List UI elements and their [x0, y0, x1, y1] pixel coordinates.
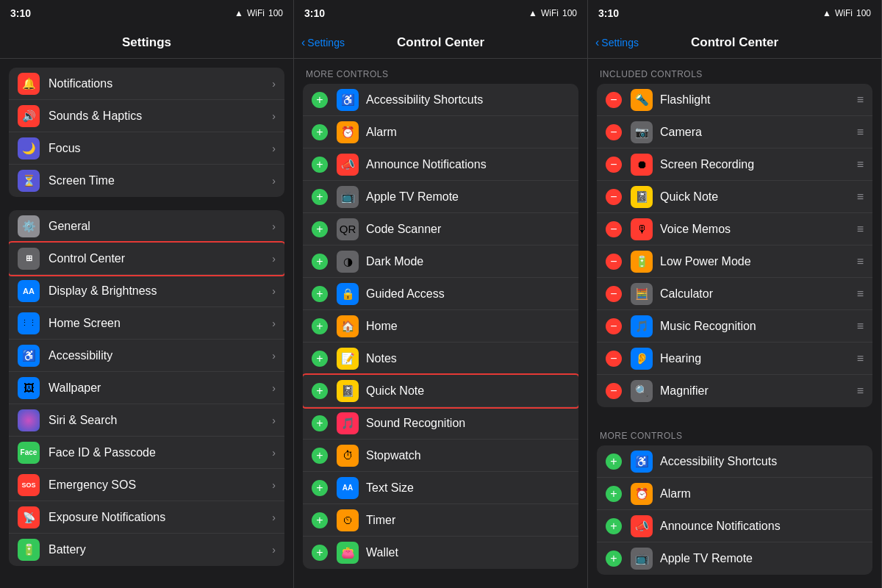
hearing-label: Hearing	[660, 352, 851, 365]
remove-calc-btn[interactable]: −	[606, 286, 622, 302]
add-appletv-btn[interactable]: +	[312, 189, 328, 205]
cc-hearing[interactable]: − 👂 Hearing ≡	[597, 343, 872, 375]
cc-timer[interactable]: + ⏲ Timer	[303, 504, 578, 537]
settings-panel: 3:10 ▲ WiFi 100 Settings 🔔 Notifications…	[0, 0, 294, 588]
cc-accessibility-shortcuts[interactable]: + ♿ Accessibility Shortcuts	[303, 84, 578, 116]
cc-more-accessibility[interactable]: + ♿ Accessibility Shortcuts	[597, 445, 872, 478]
add-code-btn[interactable]: +	[312, 221, 328, 237]
settings-emergency-sos[interactable]: SOS Emergency SOS ›	[9, 469, 284, 501]
cc-more-alarm[interactable]: + ⏰ Alarm	[597, 478, 872, 510]
settings-home-screen[interactable]: ⋮⋮ Home Screen ›	[9, 307, 284, 340]
add-guided-btn[interactable]: +	[312, 286, 328, 302]
more-announce-label: Announce Notifications	[660, 520, 864, 533]
settings-siri[interactable]: Siri & Search ›	[9, 404, 284, 437]
remove-camera-btn[interactable]: −	[606, 124, 622, 140]
settings-scroll[interactable]: 🔔 Notifications › 🔊 Sounds & Haptics › 🌙…	[0, 59, 293, 588]
remove-voice-btn[interactable]: −	[606, 221, 622, 237]
add-more-announce-btn[interactable]: +	[606, 518, 622, 534]
cc-calculator[interactable]: − 🧮 Calculator ≡	[597, 278, 872, 310]
exposure-chevron: ›	[272, 512, 276, 523]
remove-flashlight-btn[interactable]: −	[606, 92, 622, 108]
cc-magnifier[interactable]: − 🔍 Magnifier ≡	[597, 375, 872, 407]
add-more-alarm-btn[interactable]: +	[606, 486, 622, 502]
cc-dark-mode[interactable]: + ◑ Dark Mode	[303, 245, 578, 278]
cc-more-announce[interactable]: + 📣 Announce Notifications	[597, 510, 872, 542]
cc-stopwatch[interactable]: + ⏱ Stopwatch	[303, 440, 578, 472]
magnifier-label: Magnifier	[660, 384, 851, 398]
add-sound-btn[interactable]: +	[312, 415, 328, 431]
more-announce-icon: 📣	[631, 515, 653, 537]
add-more-appletv-btn[interactable]: +	[606, 551, 622, 567]
add-wallet-btn[interactable]: +	[312, 545, 328, 561]
cc-wallet[interactable]: + 👛 Wallet	[303, 537, 578, 569]
add-notes-btn[interactable]: +	[312, 351, 328, 367]
settings-wallpaper[interactable]: 🖼 Wallpaper ›	[9, 372, 284, 404]
face-id-icon: Face	[18, 442, 40, 464]
low-power-icon: 🔋	[631, 251, 653, 273]
appletv-icon: 📺	[337, 186, 359, 208]
cc-apple-tv[interactable]: + 📺 Apple TV Remote	[303, 181, 578, 213]
settings-exposure[interactable]: 📡 Exposure Notifications ›	[9, 501, 284, 534]
sounds-chevron: ›	[272, 110, 276, 122]
cc-included-scroll[interactable]: INCLUDED CONTROLS − 🔦 Flashlight ≡ − 📷 C…	[588, 59, 881, 588]
cc-quick-note-included[interactable]: − 📓 Quick Note ≡	[597, 181, 872, 213]
settings-battery[interactable]: 🔋 Battery ›	[9, 534, 284, 566]
settings-face-id[interactable]: Face Face ID & Passcode ›	[9, 437, 284, 469]
cc-included-back-button[interactable]: ‹ Settings	[595, 37, 639, 49]
remove-screen-rec-btn[interactable]: −	[606, 157, 622, 173]
accessibility-icon: ♿	[18, 345, 40, 367]
cc-notes[interactable]: + 📝 Notes	[303, 343, 578, 375]
add-dark-btn[interactable]: +	[312, 254, 328, 270]
dark-mode-label: Dark Mode	[366, 255, 570, 268]
wallpaper-label: Wallpaper	[49, 381, 272, 395]
more-accessibility-icon: ♿	[631, 451, 653, 473]
cc-more-appletv[interactable]: + 📺 Apple TV Remote	[597, 542, 872, 575]
settings-notifications[interactable]: 🔔 Notifications ›	[9, 68, 284, 100]
settings-general[interactable]: ⚙️ General ›	[9, 210, 284, 243]
cc-low-power[interactable]: − 🔋 Low Power Mode ≡	[597, 245, 872, 278]
cc-guided-access[interactable]: + 🔒 Guided Access	[303, 278, 578, 310]
home-screen-label: Home Screen	[49, 317, 272, 330]
cc-more-scroll[interactable]: MORE CONTROLS + ♿ Accessibility Shortcut…	[294, 59, 587, 588]
settings-accessibility[interactable]: ♿ Accessibility ›	[9, 340, 284, 372]
remove-hearing-btn[interactable]: −	[606, 351, 622, 367]
add-timer-btn[interactable]: +	[312, 512, 328, 528]
more-appletv-label: Apple TV Remote	[660, 552, 864, 565]
cc-quick-note[interactable]: + 📓 Quick Note	[303, 375, 578, 407]
cc-camera[interactable]: − 📷 Camera ≡	[597, 116, 872, 148]
cc-text-size[interactable]: + AA Text Size	[303, 472, 578, 504]
display-label: Display & Brightness	[49, 284, 272, 298]
cc-home[interactable]: + 🏠 Home	[303, 310, 578, 343]
add-stopwatch-btn[interactable]: +	[312, 448, 328, 464]
cc-announce-notifs[interactable]: + 📣 Announce Notifications	[303, 148, 578, 181]
add-home-btn[interactable]: +	[312, 318, 328, 334]
settings-title: Settings	[122, 35, 171, 50]
cc-music-recognition[interactable]: − 🎵 Music Recognition ≡	[597, 310, 872, 343]
battery-icon: 100	[268, 8, 283, 18]
add-accessibility-btn[interactable]: +	[312, 92, 328, 108]
cc-voice-memos[interactable]: − 🎙 Voice Memos ≡	[597, 213, 872, 245]
cc-sound-recognition[interactable]: + 🎵 Sound Recognition	[303, 407, 578, 440]
settings-focus[interactable]: 🌙 Focus ›	[9, 132, 284, 165]
settings-control-center[interactable]: ⊞ Control Center ›	[9, 243, 284, 275]
remove-quick-note-btn[interactable]: −	[606, 189, 622, 205]
more-controls-label-3: MORE CONTROLS	[588, 420, 881, 445]
remove-low-power-btn[interactable]: −	[606, 254, 622, 270]
cc-alarm[interactable]: + ⏰ Alarm	[303, 116, 578, 148]
settings-sounds[interactable]: 🔊 Sounds & Haptics ›	[9, 100, 284, 132]
settings-display[interactable]: AA Display & Brightness ›	[9, 275, 284, 307]
cc-more-back-button[interactable]: ‹ Settings	[301, 37, 345, 49]
add-text-size-btn[interactable]: +	[312, 480, 328, 496]
add-more-accessibility-btn[interactable]: +	[606, 453, 622, 470]
cc-flashlight[interactable]: − 🔦 Flashlight ≡	[597, 84, 872, 116]
add-announce-btn[interactable]: +	[312, 157, 328, 173]
remove-magnifier-btn[interactable]: −	[606, 383, 622, 399]
notifications-label: Notifications	[49, 77, 272, 90]
settings-screen-time[interactable]: ⏳ Screen Time ›	[9, 165, 284, 197]
cc-code-scanner[interactable]: + QR Code Scanner	[303, 213, 578, 245]
screen-rec-icon: ⏺	[631, 154, 653, 176]
cc-screen-recording[interactable]: − ⏺ Screen Recording ≡	[597, 148, 872, 181]
add-alarm-btn[interactable]: +	[312, 124, 328, 140]
remove-music-rec-btn[interactable]: −	[606, 318, 622, 334]
add-quick-note-btn[interactable]: +	[312, 383, 328, 399]
